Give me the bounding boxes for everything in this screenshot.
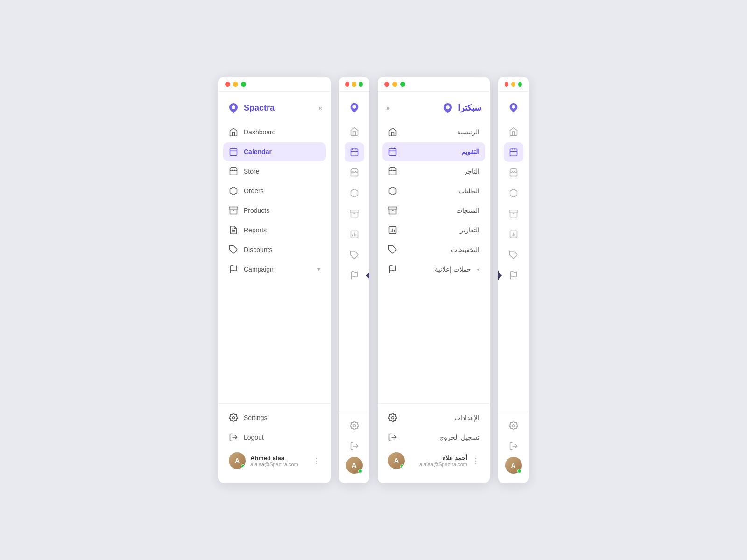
sidebar-item-logout-rtl[interactable]: تسجيل الخروج — [382, 428, 485, 447]
calendar-icon-rtl — [388, 147, 397, 156]
svg-point-52 — [512, 425, 514, 427]
mini-item-products-rtl[interactable] — [504, 204, 523, 224]
close-button-2[interactable] — [345, 82, 349, 87]
mini-item-reports-rtl[interactable] — [504, 224, 523, 244]
sidebar-mini-ltr: Campaign A — [339, 92, 369, 483]
calendar-icon — [229, 147, 238, 156]
mini-logout-rtl[interactable] — [504, 436, 523, 456]
maximize-button-3[interactable] — [400, 82, 405, 87]
mini-logo-icon-rtl — [507, 101, 520, 113]
sidebar-logo-rtl: سبكترا » — [378, 97, 490, 123]
sidebar-item-calendar-rtl[interactable]: التقويم — [382, 142, 485, 161]
svg-rect-4 — [229, 207, 238, 209]
sidebar-mini-rtl: حملات إعلانية A — [498, 92, 529, 483]
mini-item-products[interactable] — [345, 204, 364, 224]
mini-item-dashboard[interactable] — [345, 122, 364, 141]
campaign-icon-mini-rtl — [509, 271, 518, 280]
mini-item-calendar[interactable] — [345, 142, 364, 162]
sidebar-item-discounts-rtl[interactable]: التخفيضات — [382, 240, 485, 259]
mini-item-campaign[interactable]: Campaign — [345, 266, 364, 285]
close-button[interactable] — [225, 82, 230, 87]
mini-bottom-rtl: A — [498, 411, 529, 478]
sidebar-item-reports-rtl[interactable]: التقارير — [382, 221, 485, 239]
campaign-chevron: ▾ — [317, 266, 320, 273]
discounts-icon — [229, 245, 238, 254]
discounts-icon-mini-rtl — [509, 250, 518, 259]
nav-section-rtl: الرئيسية التقويم الناجر الطلبات المنتجات… — [378, 123, 490, 403]
campaign-label-rtl: حملات إعلانية — [403, 266, 471, 273]
minimize-button-4[interactable] — [511, 82, 515, 87]
mini-item-calendar-rtl[interactable] — [504, 142, 523, 162]
logo-area: Spactra — [227, 101, 275, 114]
calendar-label-rtl: التقويم — [403, 148, 479, 155]
store-icon — [229, 167, 238, 176]
minimize-button-2[interactable] — [352, 82, 356, 87]
user-area: A Ahmed alaa a.alaa@Spactra.com ⋮ — [223, 448, 326, 474]
sidebar-item-campaign[interactable]: Campaign ▾ — [223, 260, 326, 279]
mini-item-campaign-rtl[interactable]: حملات إعلانية — [504, 266, 523, 285]
mini-settings-rtl[interactable] — [504, 416, 523, 435]
settings-icon-mini-rtl — [509, 421, 518, 430]
logout-icon-mini-rtl — [509, 441, 518, 451]
mini-settings[interactable] — [345, 416, 364, 435]
svg-point-24 — [353, 425, 355, 427]
mini-nav: Campaign — [341, 122, 368, 411]
mini-logout[interactable] — [345, 436, 364, 456]
mini-item-orders[interactable] — [345, 183, 364, 203]
maximize-button-2[interactable] — [359, 82, 363, 87]
sidebar-item-store-rtl[interactable]: الناجر — [382, 162, 485, 181]
close-button-4[interactable] — [505, 82, 508, 87]
store-label: Store — [244, 168, 320, 175]
mini-item-discounts[interactable] — [345, 245, 364, 265]
settings-label: Settings — [244, 414, 320, 421]
sidebar-item-settings-rtl[interactable]: الإعدادات — [382, 408, 485, 427]
collapse-button[interactable]: « — [318, 104, 322, 112]
sidebar-item-settings[interactable]: Settings — [223, 408, 326, 427]
online-indicator — [241, 464, 245, 469]
mini-item-dashboard-rtl[interactable] — [504, 122, 523, 141]
store-icon-mini — [350, 168, 359, 177]
mini-item-reports[interactable] — [345, 224, 364, 244]
products-icon — [229, 206, 238, 215]
sidebar-item-products[interactable]: Products — [223, 201, 326, 220]
titlebar-4 — [498, 77, 529, 92]
user-name: Ahmed alaa — [250, 455, 308, 462]
campaign-tooltip: Campaign — [369, 269, 370, 282]
sidebar-item-dashboard-rtl[interactable]: الرئيسية — [382, 123, 485, 141]
minimize-button[interactable] — [233, 82, 238, 87]
online-indicator-rtl — [400, 464, 404, 469]
mini-bottom: A — [339, 411, 369, 478]
user-menu-button-rtl[interactable]: ⋮ — [472, 456, 479, 465]
window-full-rtl: سبكترا » الرئيسية التقويم الناجر الطلبات — [378, 77, 490, 483]
sidebar-item-products-rtl[interactable]: المنتجات — [382, 201, 485, 220]
close-button-3[interactable] — [384, 82, 389, 87]
sidebar-item-store[interactable]: Store — [223, 162, 326, 181]
sidebar-item-campaign-rtl[interactable]: حملات إعلانية ◂ — [382, 260, 485, 279]
sidebar-item-reports[interactable]: Reports — [223, 221, 326, 239]
sidebar-item-orders[interactable]: Orders — [223, 182, 326, 200]
maximize-button[interactable] — [241, 82, 246, 87]
sidebar-item-discounts[interactable]: Discounts — [223, 240, 326, 259]
discounts-icon-rtl — [388, 245, 397, 254]
sidebar-item-dashboard[interactable]: Dashboard — [223, 123, 326, 141]
maximize-button-4[interactable] — [518, 82, 522, 87]
products-label: Products — [244, 207, 320, 214]
minimize-button-3[interactable] — [392, 82, 397, 87]
logo-text: Spactra — [244, 103, 275, 113]
sidebar-full-rtl: سبكترا » الرئيسية التقويم الناجر الطلبات — [378, 92, 490, 483]
user-menu-button[interactable]: ⋮ — [313, 456, 320, 465]
sidebar-item-logout[interactable]: Logout — [223, 428, 326, 447]
store-icon-rtl — [388, 167, 397, 176]
collapse-button-rtl[interactable]: » — [386, 104, 390, 112]
mini-item-store-rtl[interactable] — [504, 163, 523, 182]
mini-item-orders-rtl[interactable] — [504, 183, 523, 203]
sidebar-full-ltr: Spactra « Dashboard Calendar Store — [218, 92, 331, 483]
mini-item-store[interactable] — [345, 163, 364, 182]
sidebar-item-calendar[interactable]: Calendar — [223, 142, 326, 161]
sidebar-item-orders-rtl[interactable]: الطلبات — [382, 182, 485, 200]
campaign-icon-rtl — [388, 265, 397, 274]
mini-item-discounts-rtl[interactable] — [504, 245, 523, 265]
logout-icon-rtl — [388, 433, 397, 442]
reports-label-rtl: التقارير — [403, 226, 479, 234]
reports-icon-rtl — [388, 225, 397, 235]
